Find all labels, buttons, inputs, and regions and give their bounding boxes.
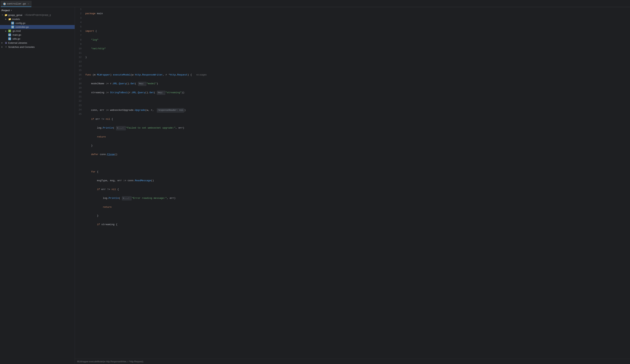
folder-icon-root: 📁 — [4, 13, 8, 16]
tree-arrow-root: ▼ — [2, 14, 4, 16]
line-19: for { — [85, 170, 628, 174]
tree-item-config-go[interactable]: ▶ 🐹 config.go — [0, 21, 75, 25]
line-8: func (m MLWrapper) executeModel(w http.R… — [85, 73, 628, 77]
line-5: "net/http" — [85, 46, 628, 51]
tree-label-models: models — [12, 18, 20, 20]
line-9: modelName := r.URL.Query().Get( key: "mo… — [85, 81, 628, 86]
go-file-tab-icon: 🐹 — [3, 2, 6, 5]
status-text: MLWrapper.executeModel(w http.ResponseWr… — [77, 360, 143, 363]
tree-arrow-extlibs: ▶ — [2, 42, 4, 44]
line-1: package main — [85, 11, 628, 16]
code-area: 1 2 3 4 5 6 7 8 9 10 11 12 13 14 15 16 1… — [75, 7, 630, 359]
line-numbers: 1 2 3 4 5 6 7 8 9 10 11 12 13 14 15 16 1… — [75, 7, 84, 359]
project-label: Project — [2, 9, 10, 12]
tree-path-root: ~/GolandProjects/goapp_g — [24, 14, 51, 16]
code-content[interactable]: package main import ( "log" "net/http" )… — [84, 7, 630, 359]
status-bar: MLWrapper.executeModel(w http.ResponseWr… — [75, 359, 630, 364]
project-chevron-icon: ▾ — [11, 9, 12, 11]
line-10: streaming := StringToBool(r.URL.Query().… — [85, 90, 628, 95]
line-22: log.Println( v...: "Error reading messag… — [85, 196, 628, 201]
lib-icon: 🏛 — [4, 41, 8, 44]
line-13: if err != nil { — [85, 117, 628, 121]
tree-item-models[interactable]: ▶ 📁 models — [0, 17, 75, 21]
tree-item-ext-libs[interactable]: ▶ 🏛 External Libraries — [0, 41, 75, 45]
go-file-icon-config: 🐹 — [11, 22, 14, 24]
line-3: import ( — [85, 29, 628, 33]
editor[interactable]: 1 2 3 4 5 6 7 8 9 10 11 12 13 14 15 16 1… — [75, 7, 630, 364]
line-11 — [85, 99, 628, 104]
tree-arrow-models: ▶ — [5, 18, 8, 20]
scratch-icon: ≡ — [4, 45, 8, 48]
tree-label-controller: controller.go — [16, 26, 29, 28]
line-24: } — [85, 213, 628, 218]
tree-label-gomod: go.mod — [12, 29, 20, 32]
folder-icon-models: 📁 — [8, 17, 11, 20]
tree-label-root: goapp_genai — [8, 14, 22, 16]
tree-item-controller-go[interactable]: ▶ 🐹 controller.go — [0, 25, 75, 29]
tree-label-extlibs: External Libraries — [8, 41, 27, 44]
tree-arrow-gomod: ▶ — [5, 30, 8, 32]
go-file-icon-controller: 🐹 — [11, 26, 14, 28]
tree-label-utils: utils.go — [12, 37, 20, 40]
tab-close-button[interactable]: × — [28, 3, 29, 5]
tree-item-utils-go[interactable]: ▶ 🐹 utils.go — [0, 37, 75, 41]
line-17: defer conn.Close() — [85, 152, 628, 157]
gomod-icon: M — [8, 29, 11, 32]
tree-item-scratches[interactable]: ▶ ≡ Scratches and Consoles — [0, 45, 75, 49]
tree-label-main: main.go — [12, 33, 21, 36]
tree-label-config: config.go — [16, 22, 26, 24]
tree-item-goapp-root[interactable]: ▼ 📁 goapp_genai ~/GolandProjects/goapp_g — [0, 13, 75, 17]
tab-bar: 🐹 controller.go × — [0, 0, 630, 7]
go-file-icon-main: 🐹 — [8, 33, 11, 36]
line-7 — [85, 64, 628, 68]
tree-item-go-mod[interactable]: ▶ M go.mod — [0, 29, 75, 33]
line-14: log.Println( v...: "Failed to set websoc… — [85, 126, 628, 130]
line-2 — [85, 20, 628, 24]
line-6: ) — [85, 55, 628, 59]
line-16: } — [85, 144, 628, 148]
line-12: conn, err := websocketUpgrade.Upgrade(w,… — [85, 108, 628, 113]
main-content: Project ▾ ▼ 📁 goapp_genai ~/GolandProjec… — [0, 7, 630, 364]
sidebar: Project ▾ ▼ 📁 goapp_genai ~/GolandProjec… — [0, 7, 75, 364]
line-4: "log" — [85, 38, 628, 42]
project-header[interactable]: Project ▾ — [0, 8, 75, 13]
line-18 — [85, 161, 628, 165]
line-25: if streaming { — [85, 222, 628, 227]
tree-item-main-go[interactable]: ▶ 🐹 main.go — [0, 33, 75, 37]
line-23: return — [85, 205, 628, 209]
line-15: return — [85, 135, 628, 139]
line-20: msgType, msg, err := conn.ReadMessage() — [85, 179, 628, 183]
tree-label-scratches: Scratches and Consoles — [8, 46, 34, 48]
tab-label: controller.go — [7, 2, 26, 5]
go-file-icon-utils: 🐹 — [8, 37, 11, 40]
tree-arrow-scratches: ▶ — [2, 46, 4, 48]
line-21: if err != nil { — [85, 187, 628, 191]
tab-controller-go[interactable]: 🐹 controller.go × — [1, 1, 32, 7]
